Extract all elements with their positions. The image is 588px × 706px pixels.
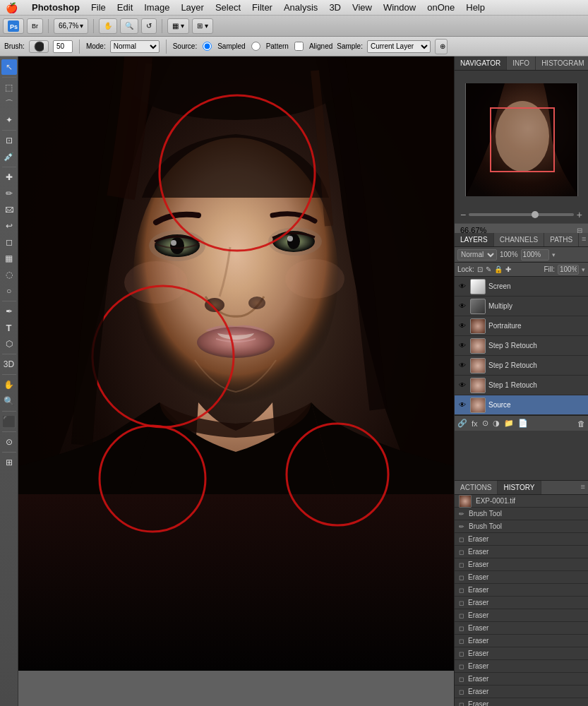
mode-select[interactable]: Normal	[110, 40, 160, 53]
shape-tool[interactable]: ⬡	[1, 336, 17, 352]
hand-tool-btn[interactable]: ✋	[99, 18, 117, 34]
tab-info[interactable]: INFO	[507, 56, 536, 70]
heal-tool[interactable]: ✚	[1, 169, 17, 185]
menu-edit[interactable]: Edit	[112, 1, 138, 14]
brush-size-input[interactable]	[53, 40, 73, 53]
eyedrop-tool[interactable]: 💉	[1, 149, 17, 164]
history-item-12[interactable]: ◻ Eraser	[455, 647, 588, 660]
rotate-tool-btn[interactable]: ↺	[141, 18, 157, 34]
new-layer-btn[interactable]: 📄	[518, 419, 528, 428]
magic-wand-tool[interactable]: ✦	[1, 112, 17, 128]
add-style-btn[interactable]: fx	[472, 419, 478, 428]
menu-help[interactable]: Help	[460, 1, 491, 14]
menu-image[interactable]: Image	[138, 1, 175, 14]
history-item-5[interactable]: ◻ Eraser	[455, 558, 588, 571]
lock-all-icon[interactable]: 🔒	[494, 265, 503, 273]
pen-tool[interactable]: ✒	[1, 304, 17, 319]
apple-logo-icon[interactable]: 🍎	[6, 2, 18, 13]
hand-tool[interactable]: ✋	[1, 377, 17, 393]
history-item-6[interactable]: ◻ Eraser	[455, 571, 588, 584]
zoom-slider[interactable]	[469, 213, 574, 216]
zoom-tool-btn[interactable]: 🔍	[120, 18, 138, 34]
pattern-radio[interactable]	[251, 42, 260, 51]
lock-position-icon[interactable]: ⊡	[477, 265, 483, 273]
menu-filter[interactable]: Filter	[246, 1, 278, 14]
clone-tool[interactable]: 🖂	[1, 202, 17, 217]
history-item-0[interactable]: EXP-0001.tif	[455, 495, 588, 508]
history-item-3[interactable]: ◻ Eraser	[455, 533, 588, 546]
history-item-8[interactable]: ◻ Eraser	[455, 597, 588, 609]
menu-view[interactable]: View	[347, 1, 378, 14]
crop-tool[interactable]: ⊡	[1, 133, 17, 148]
screen-mode-btn[interactable]: ⊞	[1, 455, 17, 470]
menu-3d[interactable]: 3D	[323, 1, 347, 14]
blur-tool[interactable]: ◌	[1, 267, 17, 282]
history-item-13[interactable]: ◻ Eraser	[455, 660, 588, 673]
layer-item-multiply[interactable]: 👁 Multiply	[455, 297, 588, 316]
sample-select[interactable]: Current Layer	[367, 40, 431, 53]
history-item-4[interactable]: ◻ Eraser	[455, 546, 588, 558]
menu-onone[interactable]: onOne	[421, 1, 460, 14]
history-item-15[interactable]: ◻ Eraser	[455, 686, 588, 698]
gradient-tool[interactable]: ▦	[1, 251, 17, 266]
layer-visibility-portraiture[interactable]: 👁	[457, 321, 467, 331]
history-item-14[interactable]: ◻ Eraser	[455, 673, 588, 686]
layer-visibility-step3[interactable]: 👁	[457, 341, 467, 351]
history-options-btn[interactable]: ≡	[578, 481, 588, 494]
menu-analysis[interactable]: Analysis	[278, 1, 323, 14]
zoom-display[interactable]: 66,7% ▾	[54, 18, 88, 34]
fill-input[interactable]	[558, 265, 579, 275]
menu-window[interactable]: Window	[378, 1, 421, 14]
foreground-bg-color[interactable]: ⬛	[1, 414, 17, 429]
layer-visibility-step2[interactable]: 👁	[457, 361, 467, 371]
menu-select[interactable]: Select	[210, 1, 246, 14]
layer-item-source[interactable]: 👁 Source	[455, 395, 588, 415]
layer-item-portraiture[interactable]: 👁 Portraiture	[455, 316, 588, 336]
history-item-10[interactable]: ◻ Eraser	[455, 622, 588, 635]
layer-visibility-source[interactable]: 👁	[457, 400, 467, 410]
sampled-radio[interactable]	[203, 42, 212, 51]
layer-item-screen[interactable]: 👁 Screen	[455, 277, 588, 297]
opacity-input[interactable]	[521, 249, 549, 261]
dodge-tool[interactable]: ○	[1, 283, 17, 299]
history-item-16[interactable]: ◻ Eraser	[455, 698, 588, 706]
lock-move-icon[interactable]: ✚	[505, 265, 511, 273]
tab-layers[interactable]: LAYERS	[455, 233, 494, 246]
new-group-btn[interactable]: 📁	[504, 419, 514, 428]
eraser-tool[interactable]: ◻	[1, 234, 17, 250]
history-brush-tool[interactable]: ↩	[1, 218, 17, 234]
layer-blend-mode-select[interactable]: Normal Multiply Screen	[457, 249, 497, 261]
tab-channels[interactable]: CHANNELS	[494, 233, 544, 246]
history-item-9[interactable]: ◻ Eraser	[455, 609, 588, 622]
menu-photoshop[interactable]: Photoshop	[26, 1, 85, 14]
add-adj-layer-btn[interactable]: ◑	[493, 419, 500, 428]
delete-layer-btn[interactable]: 🗑	[577, 419, 585, 428]
layers-options-btn[interactable]: ≡	[579, 233, 588, 246]
zoom-plus-icon[interactable]: +	[577, 209, 582, 220]
link-layers-btn[interactable]: 🔗	[457, 419, 467, 428]
layer-item-step1[interactable]: 👁 Step 1 Retouch	[455, 376, 588, 395]
history-item-2[interactable]: ✏ Brush Tool	[455, 520, 588, 533]
layer-visibility-multiply[interactable]: 👁	[457, 301, 467, 311]
history-item-11[interactable]: ◻ Eraser	[455, 635, 588, 647]
zoom-minus-icon[interactable]: −	[460, 209, 466, 220]
aligned-checkbox[interactable]	[294, 42, 304, 51]
layer-item-step2[interactable]: 👁 Step 2 Retouch	[455, 356, 588, 376]
lasso-tool[interactable]: ⌒	[1, 96, 17, 112]
tab-histogram[interactable]: HISTOGRAM	[536, 56, 588, 70]
view-mode-btn[interactable]: ▦ ▾	[167, 18, 189, 34]
brush-picker[interactable]	[29, 40, 49, 53]
zoom-slider-thumb[interactable]	[532, 211, 539, 218]
zoom-tool[interactable]: 🔍	[1, 393, 17, 409]
layer-visibility-screen[interactable]: 👁	[457, 282, 467, 292]
marquee-tool[interactable]: ⬚	[1, 80, 17, 95]
add-mask-btn[interactable]: ⊙	[482, 419, 488, 428]
br-btn[interactable]: Br	[27, 18, 43, 34]
tab-actions[interactable]: ACTIONS	[455, 481, 498, 494]
type-tool[interactable]: T	[1, 320, 17, 335]
3d-tool[interactable]: 3D	[1, 357, 17, 372]
lock-pixels-icon[interactable]: ✎	[486, 265, 491, 273]
tab-history[interactable]: HISTORY	[498, 481, 541, 494]
layer-visibility-step1[interactable]: 👁	[457, 381, 467, 390]
brush-tool[interactable]: ✏	[1, 186, 17, 201]
